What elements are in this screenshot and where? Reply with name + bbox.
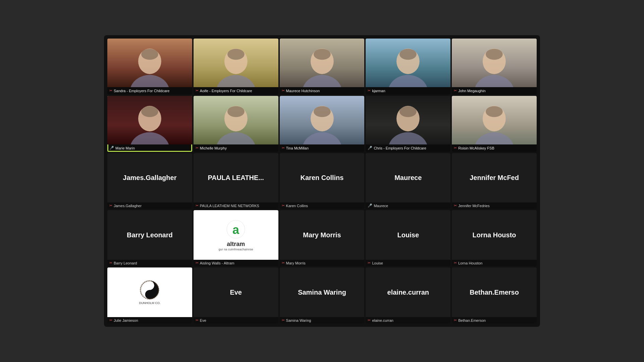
participant-name-bar: 🎤Marie Marin xyxy=(107,144,192,152)
tile-tile-michelle: ✂Michelle Murphy xyxy=(194,96,278,152)
participant-display-name: Bethan.Emerso xyxy=(466,285,522,300)
tile-tile-julie: DUNHOLM CO. ✂Julie Jamieson xyxy=(107,267,192,323)
mic-muted-icon: ✂ xyxy=(109,318,112,322)
video-feed xyxy=(280,96,365,144)
video-feed xyxy=(280,39,365,87)
svg-point-19 xyxy=(216,132,256,144)
name-display-area: Lorna Housto xyxy=(452,210,537,260)
participant-display-name: Karen Collins xyxy=(297,171,347,185)
participant-name: John Megaughin xyxy=(458,89,485,93)
svg-point-14 xyxy=(486,49,503,60)
mic-muted-icon: ✂ xyxy=(454,261,457,265)
participant-name-bar: ✂elaine.curran xyxy=(366,317,450,323)
video-feed xyxy=(366,39,450,87)
mic-active-icon: 🎤 xyxy=(368,146,372,150)
participant-display-name: James.Gallagher xyxy=(119,171,180,185)
mic-muted-icon: ✂ xyxy=(454,203,457,208)
yinyang-logo-area: DUNHOLM CO. xyxy=(107,267,192,317)
svg-point-16 xyxy=(130,132,170,144)
name-display-area: Samina Waring xyxy=(280,267,365,317)
tile-tile-john: ✂John Megaughin xyxy=(452,39,537,95)
participant-name-bar: ✂Michelle Murphy xyxy=(194,144,278,152)
participant-name-bar: ✂Samina Waring xyxy=(280,317,365,323)
tile-tile-maurece-h: ✂Maurece Hutchinson xyxy=(280,39,365,95)
mic-muted-icon: ✂ xyxy=(196,88,199,93)
svg-point-11 xyxy=(399,49,417,60)
mic-muted-icon: ✂ xyxy=(282,261,285,265)
name-display-area: PAULA LEATHE... xyxy=(194,153,278,203)
mic-muted-icon: ✂ xyxy=(282,318,285,322)
svg-point-29 xyxy=(486,106,503,117)
participant-name-bar: ✂PAULA LEATHEM NIE NETWORKS xyxy=(194,202,278,209)
participant-display-name: PAULA LEATHE... xyxy=(204,171,267,185)
tile-tile-maurece: Maurece🎤Maurece xyxy=(366,153,450,209)
participant-name-bar: ✂Aisling Walls - Altram xyxy=(194,260,278,266)
participant-name: Marie Marin xyxy=(115,146,135,150)
tile-tile-james: James.Gallagher✂James.Gallagher xyxy=(107,153,192,209)
participant-name: Tina McMillan xyxy=(286,146,309,150)
tile-tile-barry: Barry Leonard✂Barry Leonard xyxy=(107,210,192,266)
name-display-area: Barry Leonard xyxy=(107,210,192,260)
svg-point-28 xyxy=(475,132,514,144)
name-display-area: Jennifer McFed xyxy=(452,153,537,203)
altram-name: altram xyxy=(227,241,245,248)
name-display-area: elaine.curran xyxy=(366,267,450,317)
tile-tile-lorna: Lorna Housto✂Lorna Houston xyxy=(452,210,537,266)
tile-tile-sandra: ✂Sandra - Employers For Childcare xyxy=(107,39,192,95)
altram-subtitle: gur na cuimhneachainnse xyxy=(219,248,253,251)
name-display-area: James.Gallagher xyxy=(107,153,192,203)
mic-muted-icon: ✂ xyxy=(282,88,285,93)
mic-muted-icon: ✂ xyxy=(454,88,457,93)
svg-point-13 xyxy=(475,75,514,87)
tile-tile-samina: Samina Waring✂Samina Waring xyxy=(280,267,365,323)
tile-tile-eve: Eve✂Eve xyxy=(194,267,278,323)
participant-name: Lorna Houston xyxy=(458,261,482,265)
participant-name: Maurece Hutchinson xyxy=(286,89,320,93)
participant-name: Mary Morris xyxy=(286,261,306,265)
video-feed xyxy=(366,96,450,144)
app-window: ✂Sandra - Employers For Childcare ✂Aoife… xyxy=(104,35,540,327)
mic-muted-icon: ✂ xyxy=(368,88,371,93)
tile-tile-paula: PAULA LEATHE...✂PAULA LEATHEM NIE NETWOR… xyxy=(194,153,278,209)
svg-point-33 xyxy=(148,293,152,296)
participant-display-name: Barry Leonard xyxy=(123,228,176,242)
tile-tile-jennifer: Jennifer McFed✂Jennifer McFedries xyxy=(452,153,537,209)
participant-name-bar: ✂Sandra - Employers For Childcare xyxy=(107,87,192,95)
participant-name: Karen Collins xyxy=(286,204,308,208)
participant-name-bar: ✂Karen Collins xyxy=(280,202,365,209)
altram-logo-area: a altram gur na cuimhneachainnse xyxy=(194,210,278,260)
participant-name: Jennifer McFedries xyxy=(458,204,490,208)
name-display-area: Mary Morris xyxy=(280,210,365,260)
video-feed xyxy=(452,96,537,144)
mic-muted-icon: ✂ xyxy=(454,146,457,150)
participant-name: Michelle Murphy xyxy=(200,146,227,150)
svg-point-2 xyxy=(141,49,158,60)
tile-tile-aoife: ✂Aoife - Employers For Childcare xyxy=(194,39,278,95)
name-display-area: Bethan.Emerso xyxy=(452,267,537,317)
participant-name-bar: ✂Roisin McAliskey FSB xyxy=(452,144,537,152)
participant-name: Chris - Employers For Childcare xyxy=(374,146,426,150)
participant-display-name: Louise xyxy=(394,228,422,242)
participant-name: Sandra - Employers For Childcare xyxy=(114,89,169,93)
tile-tile-marie: 🎤Marie Marin xyxy=(107,96,192,152)
participant-name: PAULA LEATHEM NIE NETWORKS xyxy=(200,204,259,208)
tile-tile-roisin: ✂Roisin McAliskey FSB xyxy=(452,96,537,152)
mic-muted-icon: ✂ xyxy=(196,146,199,150)
mic-muted-icon: ✂ xyxy=(196,318,199,322)
participant-name: kjarman xyxy=(372,89,385,93)
video-feed xyxy=(107,39,192,87)
svg-point-23 xyxy=(314,106,331,117)
mic-muted-icon: ✂ xyxy=(109,261,112,265)
svg-point-4 xyxy=(216,75,256,87)
participant-display-name: elaine.curran xyxy=(384,285,433,300)
tile-tile-mary: Mary Morris✂Mary Morris xyxy=(280,210,365,266)
participant-name-bar: ✂Barry Leonard xyxy=(107,260,192,266)
participant-name: Aisling Walls - Altram xyxy=(200,261,234,265)
svg-point-7 xyxy=(302,75,342,87)
mic-muted-icon: ✂ xyxy=(196,203,199,208)
name-display-area: Louise xyxy=(366,210,450,260)
participant-name: Roisin McAliskey FSB xyxy=(458,146,494,150)
video-grid: ✂Sandra - Employers For Childcare ✂Aoife… xyxy=(104,35,540,327)
video-feed xyxy=(194,96,278,144)
participant-name: Bethan.Emerson xyxy=(458,318,486,322)
